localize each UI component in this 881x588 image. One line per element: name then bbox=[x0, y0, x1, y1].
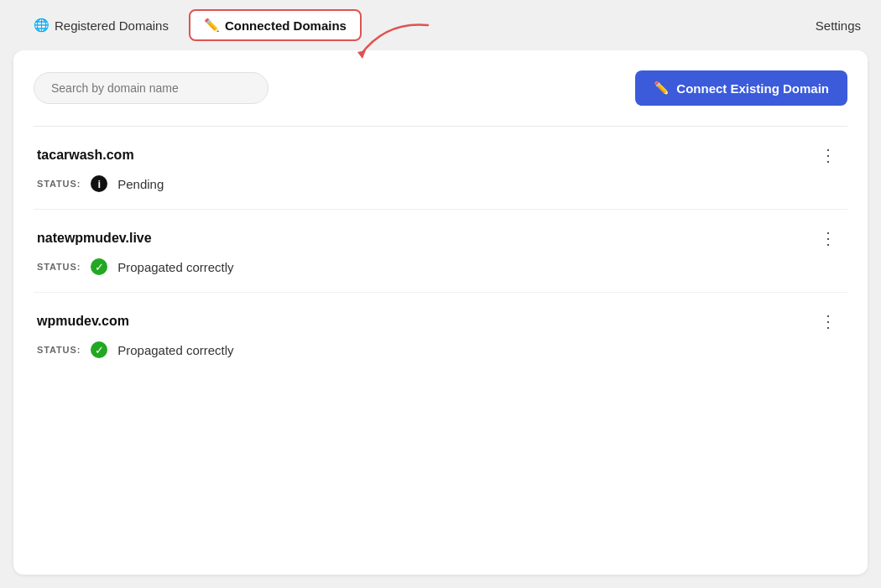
domain-header: tacarwash.com ⋮ bbox=[37, 143, 844, 167]
status-ok-icon: ✓ bbox=[91, 341, 107, 358]
connect-button-label: Connect Existing Domain bbox=[676, 81, 829, 96]
nav-connected-tab[interactable]: ✏️ Connected Domains bbox=[189, 9, 362, 41]
domain-status-row: STATUS: ✓ Propagated correctly bbox=[37, 258, 844, 275]
pencil-icon: ✏️ bbox=[204, 18, 220, 33]
domain-item: natewpmudev.live ⋮ STATUS: ✓ Propagated … bbox=[34, 210, 847, 293]
domain-options-menu[interactable]: ⋮ bbox=[813, 226, 844, 250]
connected-label: Connected Domains bbox=[225, 18, 347, 33]
domain-options-menu[interactable]: ⋮ bbox=[813, 143, 844, 167]
top-nav: 🌐 Registered Domains ✏️ Connected Domain… bbox=[0, 0, 881, 50]
main-card: ✏️ Connect Existing Domain tacarwash.com… bbox=[13, 50, 868, 575]
status-text: Propagated correctly bbox=[117, 343, 233, 357]
status-text: Pending bbox=[117, 177, 164, 191]
domain-list: tacarwash.com ⋮ STATUS: i Pending natewp… bbox=[34, 127, 847, 375]
status-label: STATUS: bbox=[37, 179, 81, 189]
domain-status-row: STATUS: i Pending bbox=[37, 175, 844, 192]
domain-item: tacarwash.com ⋮ STATUS: i Pending bbox=[34, 127, 847, 210]
settings-link[interactable]: Settings bbox=[816, 18, 861, 33]
status-pending-icon: i bbox=[91, 175, 107, 192]
domain-header: natewpmudev.live ⋮ bbox=[37, 226, 844, 250]
domain-name: wpmudev.com bbox=[37, 314, 129, 329]
search-input[interactable] bbox=[34, 72, 268, 104]
connect-icon: ✏️ bbox=[654, 81, 670, 96]
registered-label: Registered Domains bbox=[55, 18, 169, 33]
status-label: STATUS: bbox=[37, 262, 81, 272]
domain-header: wpmudev.com ⋮ bbox=[37, 310, 844, 333]
domain-item: wpmudev.com ⋮ STATUS: ✓ Propagated corre… bbox=[34, 293, 847, 375]
toolbar: ✏️ Connect Existing Domain bbox=[34, 70, 847, 106]
status-ok-icon: ✓ bbox=[91, 258, 107, 275]
connect-existing-domain-button[interactable]: ✏️ Connect Existing Domain bbox=[635, 70, 847, 106]
status-text: Propagated correctly bbox=[117, 260, 233, 274]
domain-name: tacarwash.com bbox=[37, 148, 134, 163]
nav-left: 🌐 Registered Domains ✏️ Connected Domain… bbox=[20, 9, 362, 41]
domain-name: natewpmudev.live bbox=[37, 231, 152, 246]
nav-registered-tab[interactable]: 🌐 Registered Domains bbox=[20, 11, 182, 39]
domain-status-row: STATUS: ✓ Propagated correctly bbox=[37, 341, 844, 358]
domain-options-menu[interactable]: ⋮ bbox=[813, 310, 844, 333]
globe-icon: 🌐 bbox=[34, 18, 50, 33]
status-label: STATUS: bbox=[37, 345, 81, 355]
